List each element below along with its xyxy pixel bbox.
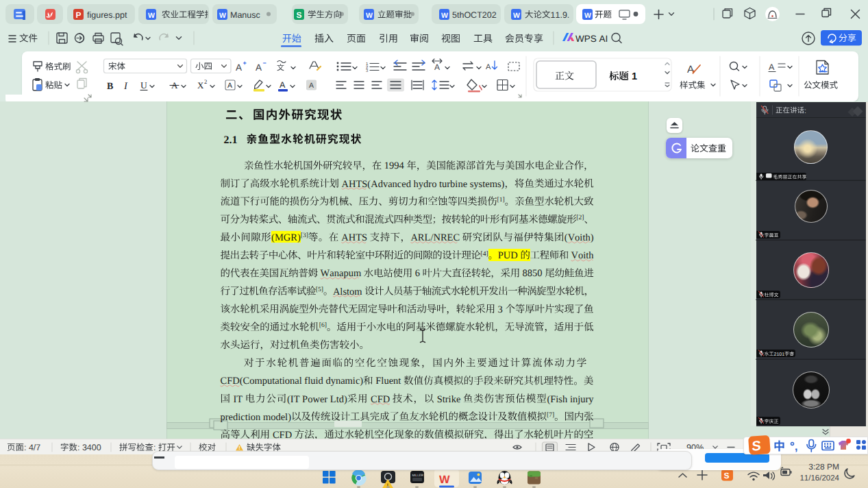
svg-text:S: S	[724, 471, 730, 480]
svg-text:!: !	[238, 445, 240, 451]
svg-text:MILLER: MILLER	[412, 474, 424, 477]
svg-text:3:28 PM: 3:28 PM	[808, 462, 839, 472]
svg-text:W: W	[439, 474, 450, 486]
svg-text:11/16/2024: 11/16/2024	[799, 474, 839, 483]
